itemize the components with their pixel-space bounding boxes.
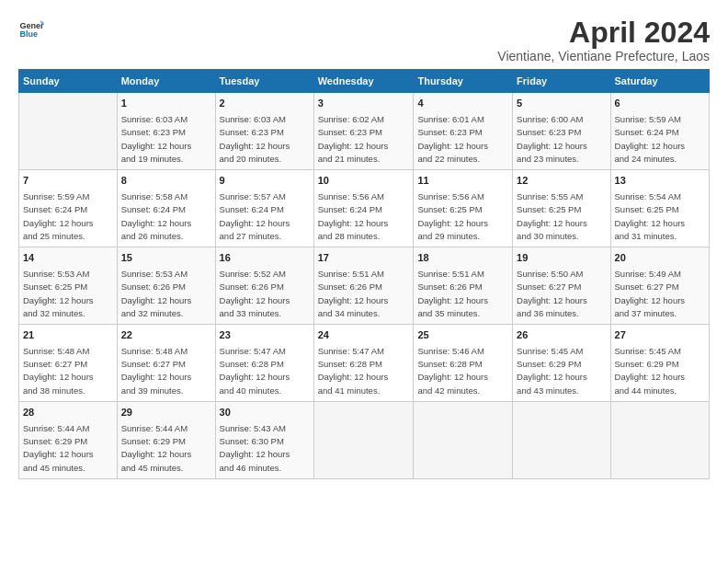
day-number: 28 [23,406,113,420]
day-number: 30 [220,406,310,420]
day-details: Sunrise: 5:48 AM Sunset: 6:27 PM Dayligh… [121,345,211,397]
calendar-cell: 7Sunrise: 5:59 AM Sunset: 6:24 PM Daylig… [19,170,118,247]
day-details: Sunrise: 5:47 AM Sunset: 6:28 PM Dayligh… [318,345,410,397]
day-number: 25 [417,328,508,343]
day-number: 8 [121,174,211,189]
day-details: Sunrise: 6:00 AM Sunset: 6:23 PM Dayligh… [517,113,606,166]
day-number: 19 [517,251,606,266]
calendar-cell: 24Sunrise: 5:47 AM Sunset: 6:28 PM Dayli… [313,325,414,402]
calendar-cell: 4Sunrise: 6:01 AM Sunset: 6:23 PM Daylig… [414,93,513,170]
day-details: Sunrise: 5:56 AM Sunset: 6:25 PM Dayligh… [417,190,508,243]
day-details: Sunrise: 5:52 AM Sunset: 6:26 PM Dayligh… [220,268,310,320]
day-details: Sunrise: 5:48 AM Sunset: 6:27 PM Dayligh… [23,345,113,397]
day-number: 17 [318,251,410,266]
day-number: 20 [615,251,705,266]
calendar-cell [313,401,414,478]
calendar-day-header: Wednesday [313,70,414,93]
day-number: 21 [23,328,113,343]
day-details: Sunrise: 5:43 AM Sunset: 6:30 PM Dayligh… [220,422,310,475]
calendar-cell [414,401,513,478]
calendar-week-row: 21Sunrise: 5:48 AM Sunset: 6:27 PM Dayli… [19,325,710,402]
day-number: 24 [318,328,410,343]
calendar-body: 1Sunrise: 6:03 AM Sunset: 6:23 PM Daylig… [19,93,710,479]
svg-text:General: General [19,21,44,30]
calendar-cell: 10Sunrise: 5:56 AM Sunset: 6:24 PM Dayli… [313,170,414,247]
calendar-day-header: Sunday [19,70,118,93]
calendar-cell: 12Sunrise: 5:55 AM Sunset: 6:25 PM Dayli… [513,170,610,247]
calendar-week-row: 14Sunrise: 5:53 AM Sunset: 6:25 PM Dayli… [19,247,710,325]
calendar-header-row: SundayMondayTuesdayWednesdayThursdayFrid… [19,70,710,93]
calendar-cell: 17Sunrise: 5:51 AM Sunset: 6:26 PM Dayli… [313,247,414,325]
calendar-cell: 6Sunrise: 5:59 AM Sunset: 6:24 PM Daylig… [610,93,709,170]
day-details: Sunrise: 5:53 AM Sunset: 6:26 PM Dayligh… [121,268,211,320]
calendar-cell: 28Sunrise: 5:44 AM Sunset: 6:29 PM Dayli… [19,401,118,478]
month-title: April 2024 [497,17,710,49]
day-number: 27 [615,328,705,343]
calendar-cell: 1Sunrise: 6:03 AM Sunset: 6:23 PM Daylig… [117,93,215,170]
calendar-cell: 26Sunrise: 5:45 AM Sunset: 6:29 PM Dayli… [513,325,610,402]
day-number: 15 [121,251,211,266]
calendar-cell: 14Sunrise: 5:53 AM Sunset: 6:25 PM Dayli… [19,247,118,325]
day-details: Sunrise: 5:46 AM Sunset: 6:28 PM Dayligh… [417,345,508,397]
day-details: Sunrise: 6:02 AM Sunset: 6:23 PM Dayligh… [318,113,410,166]
day-details: Sunrise: 6:03 AM Sunset: 6:23 PM Dayligh… [220,113,310,166]
calendar-cell [513,401,610,478]
calendar-day-header: Thursday [414,70,513,93]
day-details: Sunrise: 5:51 AM Sunset: 6:26 PM Dayligh… [318,268,410,320]
day-details: Sunrise: 5:59 AM Sunset: 6:24 PM Dayligh… [23,190,113,243]
day-details: Sunrise: 5:56 AM Sunset: 6:24 PM Dayligh… [318,190,410,243]
day-details: Sunrise: 5:59 AM Sunset: 6:24 PM Dayligh… [615,113,705,166]
calendar-cell: 19Sunrise: 5:50 AM Sunset: 6:27 PM Dayli… [513,247,610,325]
day-details: Sunrise: 6:03 AM Sunset: 6:23 PM Dayligh… [121,113,211,166]
calendar-cell: 13Sunrise: 5:54 AM Sunset: 6:25 PM Dayli… [610,170,709,247]
day-details: Sunrise: 5:55 AM Sunset: 6:25 PM Dayligh… [517,190,606,243]
day-number: 14 [23,251,113,266]
calendar-cell: 15Sunrise: 5:53 AM Sunset: 6:26 PM Dayli… [117,247,215,325]
day-details: Sunrise: 5:44 AM Sunset: 6:29 PM Dayligh… [121,422,211,475]
calendar-cell: 9Sunrise: 5:57 AM Sunset: 6:24 PM Daylig… [215,170,313,247]
calendar-cell: 16Sunrise: 5:52 AM Sunset: 6:26 PM Dayli… [215,247,313,325]
day-details: Sunrise: 5:54 AM Sunset: 6:25 PM Dayligh… [615,190,705,243]
calendar-cell: 22Sunrise: 5:48 AM Sunset: 6:27 PM Dayli… [117,325,215,402]
location-subtitle: Vientiane, Vientiane Prefecture, Laos [497,49,710,63]
day-number: 4 [417,97,508,111]
calendar-cell: 2Sunrise: 6:03 AM Sunset: 6:23 PM Daylig… [215,93,313,170]
day-number: 1 [121,97,211,111]
logo-icon: General Blue [18,17,44,42]
day-number: 13 [615,174,705,189]
calendar-cell: 8Sunrise: 5:58 AM Sunset: 6:24 PM Daylig… [117,170,215,247]
day-number: 29 [121,406,211,420]
day-number: 16 [220,251,310,266]
day-number: 6 [615,97,705,111]
calendar-cell [19,93,118,170]
calendar-cell: 5Sunrise: 6:00 AM Sunset: 6:23 PM Daylig… [513,93,610,170]
day-number: 7 [23,174,113,189]
logo: General Blue [18,17,44,42]
day-number: 11 [417,174,508,189]
page-header: General Blue April 2024 Vientiane, Vient… [18,17,710,63]
calendar-week-row: 28Sunrise: 5:44 AM Sunset: 6:29 PM Dayli… [19,401,710,478]
calendar-week-row: 1Sunrise: 6:03 AM Sunset: 6:23 PM Daylig… [19,93,710,170]
day-number: 18 [417,251,508,266]
calendar-cell: 11Sunrise: 5:56 AM Sunset: 6:25 PM Dayli… [414,170,513,247]
day-number: 3 [318,97,410,111]
day-number: 26 [517,328,606,343]
calendar-cell: 29Sunrise: 5:44 AM Sunset: 6:29 PM Dayli… [117,401,215,478]
calendar-cell: 25Sunrise: 5:46 AM Sunset: 6:28 PM Dayli… [414,325,513,402]
calendar-cell: 3Sunrise: 6:02 AM Sunset: 6:23 PM Daylig… [313,93,414,170]
day-details: Sunrise: 6:01 AM Sunset: 6:23 PM Dayligh… [417,113,508,166]
day-details: Sunrise: 5:47 AM Sunset: 6:28 PM Dayligh… [220,345,310,397]
calendar-cell: 30Sunrise: 5:43 AM Sunset: 6:30 PM Dayli… [215,401,313,478]
day-number: 23 [220,328,310,343]
day-details: Sunrise: 5:58 AM Sunset: 6:24 PM Dayligh… [121,190,211,243]
day-details: Sunrise: 5:53 AM Sunset: 6:25 PM Dayligh… [23,268,113,320]
day-details: Sunrise: 5:44 AM Sunset: 6:29 PM Dayligh… [23,422,113,475]
calendar-cell: 18Sunrise: 5:51 AM Sunset: 6:26 PM Dayli… [414,247,513,325]
calendar-day-header: Saturday [610,70,709,93]
day-details: Sunrise: 5:57 AM Sunset: 6:24 PM Dayligh… [220,190,310,243]
calendar-cell: 27Sunrise: 5:45 AM Sunset: 6:29 PM Dayli… [610,325,709,402]
calendar-cell: 21Sunrise: 5:48 AM Sunset: 6:27 PM Dayli… [19,325,118,402]
calendar-week-row: 7Sunrise: 5:59 AM Sunset: 6:24 PM Daylig… [19,170,710,247]
day-number: 10 [318,174,410,189]
day-number: 5 [517,97,606,111]
